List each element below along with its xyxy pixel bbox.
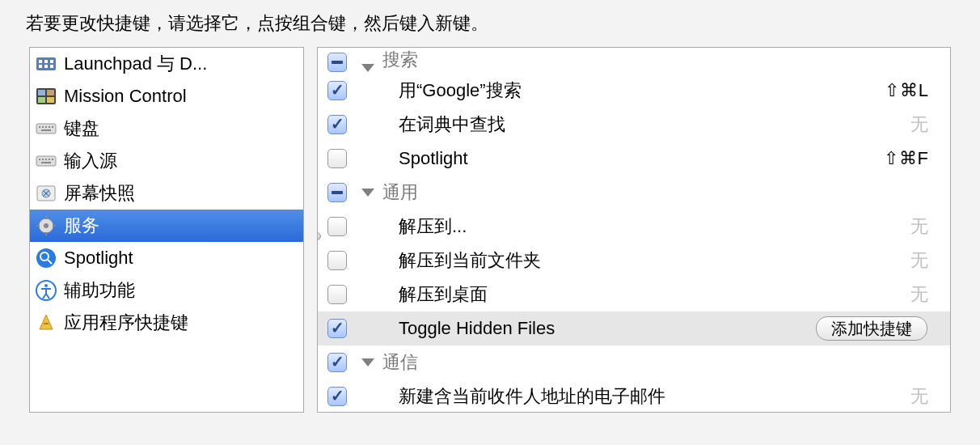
service-item-dictionary-lookup[interactable]: 在词典中查找 无 — [318, 108, 950, 142]
group-checkbox-communication[interactable] — [327, 353, 347, 372]
group-label: 搜索 — [382, 48, 418, 72]
service-checkbox[interactable] — [327, 285, 347, 304]
svg-rect-30 — [45, 216, 47, 219]
category-sidebar: Launchpad 与 D... Mission Control 键盘 — [29, 47, 304, 413]
svg-rect-6 — [50, 65, 53, 68]
launchpad-icon — [35, 53, 57, 75]
service-item-extract-desktop[interactable]: 解压到桌面 无 — [318, 278, 950, 312]
screenshot-icon — [35, 182, 57, 205]
service-label: 解压到桌面 — [399, 282, 488, 307]
shortcut-text: 无 — [910, 384, 929, 409]
sidebar-item-accessibility[interactable]: 辅助功能 — [30, 274, 303, 307]
svg-rect-5 — [44, 65, 48, 68]
service-label: 新建含当前收件人地址的电子邮件 — [399, 384, 665, 409]
svg-rect-31 — [45, 232, 47, 235]
shortcut-text: ⇧⌘F — [884, 148, 929, 169]
keyboard-icon — [35, 117, 57, 140]
sidebar-item-label: Spotlight — [64, 248, 133, 269]
service-checkbox[interactable] — [327, 319, 347, 338]
shortcut-text: 无 — [910, 282, 929, 307]
group-general[interactable]: 通用 — [318, 176, 950, 210]
spotlight-icon — [35, 247, 57, 269]
svg-rect-10 — [38, 97, 45, 103]
svg-rect-23 — [49, 159, 50, 160]
disclosure-triangle-icon[interactable] — [361, 64, 374, 72]
sidebar-item-label: Launchpad 与 D... — [64, 52, 207, 76]
svg-rect-21 — [42, 159, 44, 160]
svg-rect-13 — [39, 126, 40, 128]
svg-rect-4 — [39, 65, 42, 68]
service-checkbox[interactable] — [327, 81, 347, 100]
service-checkbox[interactable] — [327, 251, 347, 270]
service-checkbox[interactable] — [327, 387, 347, 406]
svg-rect-9 — [47, 90, 54, 95]
service-item-toggle-hidden-files[interactable]: Toggle Hidden Files 添加快捷键 — [318, 312, 950, 345]
shortcut-text: 无 — [910, 214, 929, 239]
svg-rect-8 — [38, 90, 45, 95]
sidebar-item-label: 应用程序快捷键 — [64, 311, 188, 335]
sidebar-item-mission-control[interactable]: Mission Control — [30, 80, 303, 112]
svg-rect-18 — [41, 129, 51, 131]
svg-rect-33 — [53, 225, 56, 227]
services-list: 搜索 用“Google”搜索 ⇧⌘L 在词典中查找 无 Spotlight ⇧⌘… — [317, 47, 951, 413]
service-label: Toggle Hidden Files — [399, 318, 555, 339]
svg-rect-24 — [52, 159, 53, 160]
sidebar-item-screenshot[interactable]: 屏幕快照 — [30, 177, 303, 210]
svg-rect-20 — [39, 159, 40, 160]
disclosure-triangle-icon[interactable] — [361, 189, 374, 197]
mission-control-icon — [35, 85, 57, 108]
sidebar-item-label: 服务 — [64, 214, 99, 238]
sidebar-item-app-shortcuts[interactable]: 应用程序快捷键 — [30, 307, 303, 339]
sidebar-item-input-source[interactable]: 输入源 — [30, 145, 303, 177]
service-label: 用“Google”搜索 — [399, 78, 522, 103]
svg-rect-3 — [50, 60, 53, 63]
services-gear-icon — [35, 214, 57, 237]
svg-rect-0 — [36, 57, 56, 70]
svg-rect-2 — [44, 60, 48, 63]
svg-rect-19 — [36, 156, 56, 166]
service-item-new-email-recipient[interactable]: 新建含当前收件人地址的电子邮件 无 — [318, 379, 950, 413]
group-label: 通信 — [382, 350, 418, 375]
svg-rect-17 — [52, 126, 53, 128]
service-checkbox[interactable] — [327, 115, 347, 134]
service-label: 解压到... — [399, 214, 467, 239]
group-search[interactable]: 搜索 — [318, 48, 950, 74]
svg-rect-11 — [47, 97, 54, 103]
sidebar-item-spotlight[interactable]: Spotlight — [30, 242, 303, 274]
sidebar-item-label: 辅助功能 — [64, 278, 135, 303]
sidebar-item-keyboard[interactable]: 键盘 — [30, 112, 303, 145]
group-checkbox-search[interactable] — [327, 53, 347, 72]
instruction-text: 若要更改快捷键，请选择它，点按组合键，然后键入新键。 — [0, 0, 980, 47]
group-checkbox-general[interactable] — [327, 183, 347, 202]
group-communication[interactable]: 通信 — [318, 345, 950, 379]
svg-rect-32 — [36, 225, 40, 227]
service-checkbox[interactable] — [327, 217, 347, 236]
svg-point-29 — [44, 223, 49, 228]
service-item-google-search[interactable]: 用“Google”搜索 ⇧⌘L — [318, 74, 950, 108]
svg-rect-1 — [39, 60, 42, 63]
sidebar-item-label: 屏幕快照 — [64, 181, 135, 206]
service-item-extract-current-folder[interactable]: 解压到当前文件夹 无 — [318, 244, 950, 278]
add-shortcut-button[interactable]: 添加快捷键 — [816, 316, 927, 341]
svg-rect-25 — [41, 162, 51, 163]
svg-point-34 — [36, 248, 56, 268]
service-label: Spotlight — [399, 148, 468, 169]
shortcut-text: 无 — [910, 248, 929, 273]
shortcut-text: 无 — [910, 112, 929, 137]
group-label: 通用 — [382, 180, 418, 205]
svg-rect-14 — [42, 126, 44, 128]
disclosure-triangle-icon[interactable] — [361, 358, 374, 367]
service-checkbox[interactable] — [327, 149, 347, 168]
svg-rect-15 — [45, 126, 47, 128]
sidebar-item-label: 输入源 — [64, 149, 117, 173]
app-shortcuts-icon — [35, 312, 57, 334]
service-item-spotlight[interactable]: Spotlight ⇧⌘F — [318, 142, 950, 176]
svg-rect-22 — [45, 159, 47, 160]
shortcut-text: ⇧⌘L — [885, 80, 929, 101]
svg-rect-16 — [49, 126, 50, 128]
sidebar-item-launchpad[interactable]: Launchpad 与 D... — [30, 48, 303, 80]
sidebar-item-label: Mission Control — [64, 86, 187, 107]
service-item-extract-to[interactable]: 解压到... 无 — [318, 210, 950, 244]
accessibility-icon — [35, 279, 57, 302]
sidebar-item-services[interactable]: 服务 — [30, 210, 303, 242]
